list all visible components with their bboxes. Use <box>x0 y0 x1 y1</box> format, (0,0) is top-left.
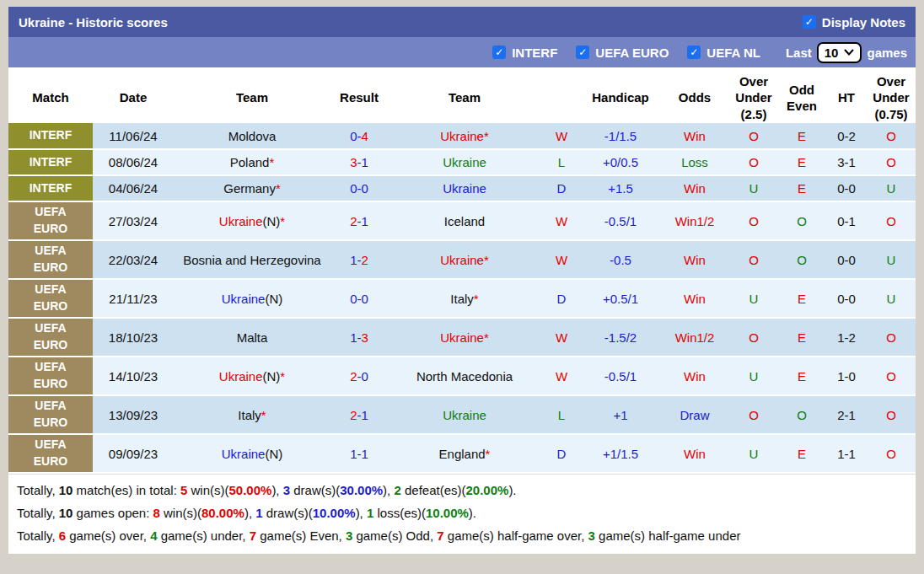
wld-cell: W <box>541 123 582 149</box>
over-under-0.75-cell: O <box>867 149 916 175</box>
date-cell: 08/06/24 <box>93 149 174 175</box>
column-header-over-under-0.75-: Over Under (0.75) <box>867 72 916 123</box>
odd-even-cell: E <box>777 357 826 395</box>
checkbox-checked-icon[interactable]: ✓ <box>803 15 816 29</box>
over-under-2.5-cell: U <box>730 175 777 201</box>
last-games-select[interactable]: 10 <box>817 42 862 63</box>
odds-cell: Draw <box>659 395 730 434</box>
over-under-0.75-cell: O <box>867 395 916 434</box>
match-league-cell: INTERF <box>8 123 93 149</box>
away-team-cell: Italy* <box>388 279 541 318</box>
over-under-2.5-cell: O <box>730 240 777 279</box>
result-cell: 1-1 <box>330 434 388 473</box>
chevron-down-icon <box>844 49 854 56</box>
wld-cell: W <box>541 201 582 240</box>
over-under-2.5-cell: O <box>730 395 777 434</box>
over-under-2.5-cell: O <box>730 201 777 240</box>
result-cell: 0-0 <box>330 279 388 318</box>
home-team-cell: Italy* <box>174 395 330 434</box>
summary-line-2: Totally, 10 games open: 8 win(s)(80.00%)… <box>17 502 907 524</box>
wld-cell: D <box>541 279 582 318</box>
away-team-cell: Ukraine* <box>388 123 541 149</box>
date-cell: 09/09/23 <box>93 434 174 473</box>
table-area: MatchDateTeamResultTeamHandicapOddsOver … <box>8 67 916 554</box>
home-team-cell: Malta <box>174 318 330 357</box>
odd-even-cell: E <box>777 318 826 357</box>
filter-label: UEFA EURO <box>595 46 669 60</box>
column-header-result-letter <box>541 72 582 123</box>
away-team-cell: Ukraine <box>388 395 541 434</box>
odd-even-cell: E <box>777 123 826 149</box>
over-under-0.75-cell: O <box>867 357 916 395</box>
ht-cell: 2-1 <box>826 395 867 434</box>
column-header-team: Team <box>174 72 330 123</box>
result-cell: 2-1 <box>330 201 388 240</box>
ht-cell: 0-0 <box>826 240 867 279</box>
result-cell: 0-4 <box>330 123 388 149</box>
handicap-cell: -0.5/1 <box>582 201 659 240</box>
date-cell: 21/11/23 <box>93 279 174 318</box>
ht-cell: 1-1 <box>826 434 867 473</box>
date-cell: 27/03/24 <box>93 201 174 240</box>
page-title: Ukraine - Historic scores <box>19 15 168 30</box>
filter-label: INTERF <box>512 46 557 60</box>
odd-even-cell: E <box>777 279 826 318</box>
summary-footer: Totally, 10 match(es) in total: 5 win(s)… <box>8 474 916 554</box>
home-team-cell: Poland* <box>174 149 330 175</box>
summary-line-1: Totally, 10 match(es) in total: 5 win(s)… <box>17 479 907 502</box>
handicap-cell: +0.5/1 <box>582 279 659 318</box>
odd-even-cell: O <box>777 201 826 240</box>
odds-cell: Win <box>659 123 730 149</box>
match-league-cell: INTERF <box>8 149 93 175</box>
odd-even-cell: E <box>777 175 826 201</box>
away-team-cell: England* <box>388 434 541 473</box>
odd-even-cell: E <box>777 149 826 175</box>
home-team-cell: Moldova <box>174 123 330 149</box>
home-team-cell: Ukraine(N) <box>174 279 330 318</box>
odds-cell: Win <box>659 357 730 395</box>
wld-cell: W <box>541 240 582 279</box>
odds-cell: Loss <box>659 149 730 175</box>
checkbox-checked-icon[interactable]: ✓ <box>576 46 589 59</box>
filter-checkbox-interf[interactable]: ✓INTERF <box>492 46 557 60</box>
over-under-0.75-cell: O <box>867 318 916 357</box>
home-team-cell: Ukraine(N)* <box>174 201 330 240</box>
wld-cell: L <box>541 149 582 175</box>
table-row: UEFAEURO27/03/24Ukraine(N)*2-1IcelandW-0… <box>8 201 916 240</box>
ht-cell: 0-1 <box>826 201 867 240</box>
column-header-handicap: Handicap <box>582 72 659 123</box>
column-header-over-under-2.5-: Over Under (2.5) <box>730 72 777 123</box>
match-league-cell: UEFAEURO <box>8 434 93 473</box>
ht-cell: 1-0 <box>826 357 867 395</box>
display-notes-toggle[interactable]: ✓ Display Notes <box>803 15 905 30</box>
date-cell: 04/06/24 <box>93 175 174 201</box>
handicap-cell: -1/1.5 <box>582 123 659 149</box>
column-header-odds: Odds <box>659 72 730 123</box>
filter-bar: ✓INTERF✓UEFA EURO✓UEFA NL Last 10 games <box>8 37 916 67</box>
filter-checkbox-uefa-nl[interactable]: ✓UEFA NL <box>687 46 760 60</box>
handicap-cell: +1.5 <box>582 175 659 201</box>
over-under-0.75-cell: O <box>867 123 916 149</box>
table-row: UEFAEURO18/10/23Malta1-3Ukraine*W-1.5/2W… <box>8 318 916 357</box>
match-league-cell: UEFAEURO <box>8 240 93 279</box>
column-header-result: Result <box>330 72 388 123</box>
odds-cell: Win <box>659 279 730 318</box>
title-bar: Ukraine - Historic scores ✓ Display Note… <box>8 7 916 37</box>
table-row: INTERF11/06/24Moldova0-4Ukraine*W-1/1.5W… <box>8 123 916 149</box>
over-under-2.5-cell: U <box>730 279 777 318</box>
match-league-cell: UEFAEURO <box>8 201 93 240</box>
wld-cell: D <box>541 175 582 201</box>
filter-checkbox-uefa-euro[interactable]: ✓UEFA EURO <box>576 46 669 60</box>
checkbox-checked-icon[interactable]: ✓ <box>492 46 506 59</box>
odds-cell: Win1/2 <box>659 201 730 240</box>
result-cell: 0-0 <box>330 175 388 201</box>
handicap-cell: -0.5/1 <box>582 357 659 395</box>
checkbox-checked-icon[interactable]: ✓ <box>687 46 701 59</box>
last-label: Last <box>786 46 812 60</box>
date-cell: 13/09/23 <box>93 395 174 434</box>
result-cell: 2-0 <box>330 357 388 395</box>
home-team-cell: Ukraine(N) <box>174 434 330 473</box>
over-under-2.5-cell: O <box>730 149 777 175</box>
ht-cell: 3-1 <box>826 149 867 175</box>
table-row: INTERF04/06/24Germany*0-0UkraineD+1.5Win… <box>8 175 916 201</box>
